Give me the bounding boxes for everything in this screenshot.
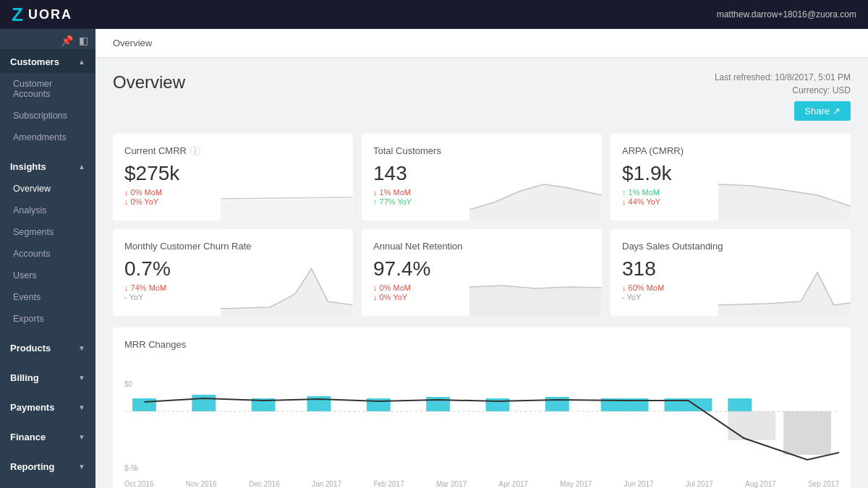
x-label-dec16: Dec 2016: [249, 480, 280, 488]
sidebar-section-myconnect[interactable]: My Connect ▼: [0, 484, 95, 488]
sidebar-item-amendments[interactable]: Amendments: [0, 127, 95, 148]
share-button[interactable]: Share ↗: [794, 101, 851, 121]
sidebar-customers-label: Customers: [10, 56, 59, 67]
svg-marker-6: [718, 273, 851, 316]
card-churn-title: Monthly Customer Churn Rate: [124, 241, 341, 252]
breadcrumb: Overview: [113, 38, 152, 48]
chevron-down-icon-products: ▼: [78, 344, 85, 352]
dso-chart: [718, 265, 851, 316]
x-label-jan17: Jan 2017: [312, 480, 341, 488]
x-label-sep17: Sep 2017: [808, 480, 839, 488]
sidebar-section-insights[interactable]: Insights ▲: [0, 154, 95, 178]
chevron-down-icon-reporting: ▼: [78, 463, 85, 471]
sidebar-section-reporting[interactable]: Reporting ▼: [0, 454, 95, 478]
sidebar: 📌 ◧ Customers ▲ Customer Accounts Subscr…: [0, 29, 95, 488]
mrr-chart-svg: [124, 359, 839, 474]
pin-icon[interactable]: 📌: [61, 35, 73, 46]
svg-marker-1: [221, 199, 353, 221]
topbar: Z UORA matthew.darrow+18016@zuora.com: [0, 0, 868, 29]
chevron-down-icon-billing: ▼: [78, 374, 85, 382]
sidebar-section-billing[interactable]: Billing ▼: [0, 365, 95, 389]
sidebar-products-label: Products: [10, 343, 51, 354]
card-arpa-title: ARPA (CMRR): [622, 145, 839, 156]
sidebar-item-users[interactable]: Users: [0, 265, 95, 286]
x-label-may17: May 2017: [560, 480, 592, 488]
svg-rect-18: [728, 411, 775, 440]
metric-cards-grid: Current CMRR i $275k ↓ 0% MoM ↓ 0% YoY: [113, 134, 851, 316]
mrr-chart-title: MRR Changes: [124, 339, 839, 350]
mrr-chart-section: MRR Changes $0 $-5k: [113, 328, 851, 488]
sidebar-insights-label: Insights: [10, 161, 46, 172]
sidebar-item-events[interactable]: Events: [0, 286, 95, 308]
chevron-up-icon: ▲: [78, 58, 85, 66]
sidebar-section-payments[interactable]: Payments ▼: [0, 395, 95, 419]
card-cmrr-title: Current CMRR i: [124, 145, 341, 156]
svg-marker-0: [221, 197, 353, 199]
mrr-y-label-bottom: $-5k: [124, 464, 138, 472]
x-label-apr17: Apr 2017: [498, 480, 528, 488]
card-days-sales-outstanding: Days Sales Outstanding 318 ↓ 60% MoM - Y…: [610, 229, 851, 316]
sidebar-payments-label: Payments: [10, 402, 54, 413]
chevron-down-icon-payments: ▼: [78, 403, 85, 411]
x-label-oct16: Oct 2016: [124, 480, 154, 488]
sidebar-billing-label: Billing: [10, 372, 39, 383]
mrr-x-labels: Oct 2016 Nov 2016 Dec 2016 Jan 2017 Feb …: [124, 477, 839, 488]
card-annual-retention: Annual Net Retention 97.4% ↓ 0% MoM ↓ 0%…: [362, 229, 602, 316]
x-label-mar17: Mar 2017: [436, 480, 467, 488]
x-label-nov16: Nov 2016: [186, 480, 217, 488]
chevron-down-icon-finance: ▼: [78, 433, 85, 441]
sidebar-section-finance[interactable]: Finance ▼: [0, 424, 95, 448]
card-total-customers: Total Customers 143 ↓ 1% MoM ↑ 77% YoY: [362, 134, 602, 221]
customers-chart: [469, 170, 602, 221]
sidebar-item-exports[interactable]: Exports: [0, 308, 95, 330]
page-title: Overview: [113, 72, 185, 93]
card-dso-title: Days Sales Outstanding: [622, 241, 839, 252]
sidebar-section-products[interactable]: Products ▼: [0, 335, 95, 359]
sidebar-item-customer-accounts[interactable]: Customer Accounts: [0, 73, 95, 105]
card-monthly-churn: Monthly Customer Churn Rate 0.7% ↓ 74% M…: [113, 229, 353, 316]
logo-icon: Z: [12, 4, 24, 26]
logo-text: UORA: [28, 7, 72, 22]
svg-rect-7: [132, 398, 156, 411]
card-arpa-cmrr: ARPA (CMRR) $1.9k ↑ 1% MoM ↓ 44% YoY: [610, 134, 851, 221]
sidebar-item-analysis[interactable]: Analysis: [0, 200, 95, 221]
chevron-up-icon-insights: ▲: [78, 163, 85, 171]
svg-marker-4: [221, 269, 353, 316]
sidebar-item-subscriptions[interactable]: Subscriptions: [0, 105, 95, 127]
svg-rect-8: [192, 395, 216, 411]
card-current-cmrr: Current CMRR i $275k ↓ 0% MoM ↓ 0% YoY: [113, 134, 353, 221]
cmrr-chart: [221, 170, 353, 221]
x-label-jul17: Jul 2017: [686, 480, 713, 488]
x-label-aug17: Aug 2017: [745, 480, 776, 488]
churn-chart: [221, 265, 353, 316]
card-retention-title: Annual Net Retention: [373, 241, 590, 252]
svg-rect-13: [485, 398, 509, 411]
svg-marker-2: [469, 184, 602, 221]
sidebar-reporting-label: Reporting: [10, 461, 54, 472]
svg-marker-5: [469, 286, 602, 316]
svg-rect-17: [728, 398, 752, 411]
sidebar-section-customers[interactable]: Customers ▲: [0, 49, 95, 73]
svg-rect-19: [783, 411, 831, 455]
main-content: Overview Overview Last refreshed: 10/8/2…: [95, 29, 868, 488]
sidebar-item-segments[interactable]: Segments: [0, 221, 95, 243]
collapse-icon[interactable]: ◧: [79, 35, 88, 46]
logo: Z UORA: [12, 4, 72, 26]
last-refreshed: Last refreshed: 10/8/2017, 5:01 PM: [715, 72, 851, 82]
content-header: Overview: [95, 29, 868, 58]
sidebar-finance-label: Finance: [10, 432, 46, 442]
share-icon: ↗: [833, 106, 841, 116]
user-email: matthew.darrow+18016@zuora.com: [717, 9, 856, 20]
sidebar-item-overview[interactable]: Overview: [0, 178, 95, 200]
sidebar-item-accounts[interactable]: Accounts: [0, 243, 95, 265]
mrr-y-label-zero: $0: [124, 380, 132, 388]
arpa-chart: [718, 170, 851, 221]
retention-chart: [469, 265, 602, 316]
sidebar-top-icons: 📌 ◧: [0, 29, 95, 49]
page-header: Overview Last refreshed: 10/8/2017, 5:01…: [113, 72, 851, 121]
x-label-feb17: Feb 2017: [373, 480, 404, 488]
x-label-jun17: Jun 2017: [624, 480, 654, 488]
share-label: Share: [804, 106, 830, 116]
mrr-chart-container: $0 $-5k: [124, 359, 839, 488]
cmrr-info-icon[interactable]: i: [190, 146, 200, 156]
